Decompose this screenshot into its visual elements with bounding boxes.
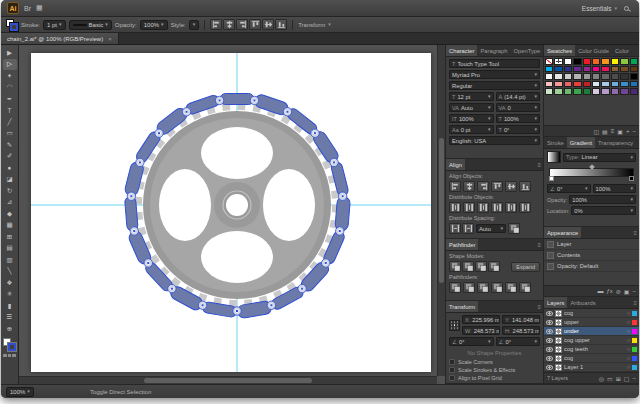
new-color-group-icon[interactable]: ▣ <box>617 128 623 135</box>
make-clipping-mask-icon[interactable]: ▭ <box>607 375 613 382</box>
rotate-tool[interactable]: ↻ <box>3 185 17 197</box>
gradient-aspect-select[interactable]: 100%▾ <box>593 184 637 193</box>
draw-mode-buttons[interactable] <box>3 354 16 358</box>
character-rotation-field[interactable]: T0°▾ <box>496 125 541 134</box>
direct-selection-tool[interactable]: ▷ <box>3 59 17 71</box>
vertical-align-bottom-button[interactable] <box>519 181 531 192</box>
swatch[interactable] <box>583 81 591 88</box>
tab-artboards[interactable]: Artboards <box>567 297 598 308</box>
tab-appearance[interactable]: Appearance <box>544 227 581 238</box>
swatch[interactable] <box>592 81 600 88</box>
delete-layer-icon[interactable]: − <box>632 375 636 382</box>
gradient-tool[interactable]: ▥ <box>3 254 17 266</box>
width-tool[interactable]: ◆ <box>3 208 17 220</box>
font-style-select[interactable]: Regular▾ <box>449 81 540 90</box>
none-mode-icon[interactable] <box>12 354 16 358</box>
hand-tool[interactable]: ☰ <box>3 312 17 324</box>
new-sublayer-icon[interactable]: ⊞ <box>616 375 621 382</box>
tab-color-guide[interactable]: Color Guide <box>575 45 612 56</box>
swatch[interactable] <box>545 73 553 80</box>
horizontal-scrollbar[interactable] <box>19 376 437 384</box>
vertical-distribute-top-button[interactable] <box>449 202 461 213</box>
free-transform-tool[interactable]: ▦ <box>3 220 17 232</box>
magic-wand-tool[interactable]: ✦ <box>3 70 17 82</box>
swatch[interactable] <box>611 66 619 73</box>
stroke-color-swatch[interactable] <box>8 343 16 351</box>
exclude-button[interactable] <box>488 261 500 272</box>
layer-row-cog-teeth[interactable]: cog teeth○ <box>544 345 639 354</box>
x-position-field[interactable]: X:225.996 mm <box>462 315 500 324</box>
clear-appearance-icon[interactable]: ⊘ <box>616 288 621 295</box>
swatch[interactable] <box>583 88 591 95</box>
delete-swatch-icon[interactable]: − <box>632 128 636 135</box>
layer-target-icon[interactable]: ○ <box>627 328 630 334</box>
vertical-distribute-space-button[interactable] <box>449 223 461 234</box>
artboard[interactable] <box>31 53 431 372</box>
brush-definition-select[interactable]: Basic▾ <box>69 20 112 30</box>
transform-label[interactable]: Transform <box>298 22 325 28</box>
trim-button[interactable] <box>463 282 475 293</box>
swatch[interactable] <box>545 81 553 88</box>
swatch[interactable] <box>592 73 600 80</box>
tracking-field[interactable]: VA0▾ <box>496 103 541 112</box>
tab-opentype[interactable]: OpenType <box>511 45 544 56</box>
bridge-icon[interactable]: Br <box>24 5 31 12</box>
layer-row-under[interactable]: under○ <box>544 327 639 336</box>
tab-align[interactable]: Align <box>446 159 465 170</box>
gradient-opacity-select[interactable]: 100%▾ <box>569 195 636 204</box>
swatch[interactable] <box>554 81 562 88</box>
search-icon[interactable] <box>624 6 629 11</box>
vertical-align-top-button[interactable] <box>249 19 261 30</box>
scale-corners-checkbox[interactable]: Scale Corners <box>449 359 540 365</box>
document-tab[interactable]: chain_2.ai* @ 100% (RGB/Preview) × <box>1 33 119 44</box>
horizontal-align-center-button[interactable] <box>463 181 475 192</box>
visibility-eye-icon[interactable] <box>546 338 553 343</box>
swatch[interactable] <box>545 66 553 73</box>
gradient-location-select[interactable]: 0%▾ <box>571 206 636 215</box>
layer-target-icon[interactable]: ○ <box>627 337 630 343</box>
checkbox-icon[interactable] <box>449 367 455 373</box>
tab-stroke[interactable]: Stroke <box>544 137 567 148</box>
swatch[interactable] <box>592 66 600 73</box>
font-family-select[interactable]: Myriad Pro▾ <box>449 70 540 79</box>
fill-stroke-indicator[interactable] <box>6 19 18 31</box>
mesh-tool[interactable]: ▤ <box>3 243 17 255</box>
tab-transform[interactable]: Transform <box>446 301 478 312</box>
gradient-stop-white[interactable] <box>549 176 554 181</box>
vertical-distribute-center-button[interactable] <box>463 202 475 213</box>
layer-target-icon[interactable]: ○ <box>627 346 630 352</box>
unite-button[interactable] <box>449 261 461 272</box>
rotate-angle-select[interactable]: ∠0°▾ <box>449 337 494 346</box>
panel-menu-icon[interactable]: ≡ <box>633 227 639 238</box>
new-layer-icon[interactable]: ▢ <box>624 375 630 382</box>
swatch[interactable] <box>611 81 619 88</box>
swatch[interactable] <box>630 58 638 65</box>
swatch[interactable] <box>630 66 638 73</box>
swatch[interactable] <box>592 88 600 95</box>
new-stroke-icon[interactable]: ▬ <box>597 288 603 295</box>
swatch[interactable] <box>554 58 562 65</box>
lasso-tool[interactable]: ◠ <box>3 82 17 94</box>
layer-row-upper[interactable]: upper○ <box>544 318 639 327</box>
layer-row-cog-upper[interactable]: cog upper○ <box>544 336 639 345</box>
swatch[interactable] <box>564 81 572 88</box>
gradient-preview[interactable] <box>547 151 561 163</box>
horizontal-align-left-button[interactable] <box>449 181 461 192</box>
swatch[interactable] <box>573 81 581 88</box>
divide-button[interactable] <box>449 282 461 293</box>
horizontal-distribute-right-button[interactable] <box>519 202 531 213</box>
swatch[interactable] <box>573 73 581 80</box>
vertical-scroll-thumb[interactable] <box>439 138 444 284</box>
layer-target-icon[interactable]: ○ <box>627 319 630 325</box>
horizontal-distribute-left-button[interactable] <box>491 202 503 213</box>
shape-builder-tool[interactable]: ⊞ <box>3 231 17 243</box>
gradient-slider[interactable] <box>549 168 634 177</box>
swatch[interactable] <box>611 88 619 95</box>
visibility-eye-icon[interactable] <box>546 365 553 370</box>
swatch[interactable] <box>630 81 638 88</box>
tab-pathfinder[interactable]: Pathfinder <box>446 239 478 250</box>
toolbar-fill-stroke[interactable] <box>3 338 16 351</box>
gradient-mode-icon[interactable] <box>8 354 12 358</box>
minus-back-button[interactable] <box>519 282 531 293</box>
merge-button[interactable] <box>477 282 489 293</box>
